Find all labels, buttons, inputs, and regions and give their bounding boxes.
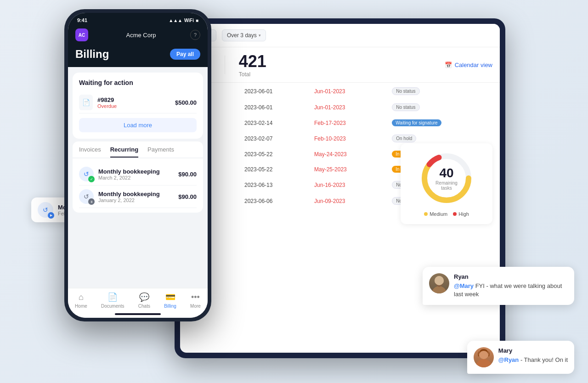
- donut-chart-area: 40 Remaining tasks Medium High: [401, 143, 492, 224]
- recurring-date-3: January 2, 2022: [98, 197, 178, 203]
- row-created: 2023-06-13: [240, 177, 309, 192]
- chat-bubble-ryan: Ryan @Mary FYI - what we were talking ab…: [423, 267, 574, 305]
- legend-high: High: [453, 211, 469, 217]
- recurring-icon-1: ↺ ✓: [79, 167, 94, 181]
- tablet-header: Today ▾ Over 3 days ▾: [180, 24, 500, 47]
- company-name: Acme Corp: [126, 32, 156, 39]
- row-deadline: Jun-09-2023: [310, 193, 386, 208]
- nav-documents[interactable]: 📄 Documents: [101, 292, 124, 309]
- table-row[interactable]: ...orp 2023-02-14 Feb-17-2023 Waiting fo…: [185, 116, 495, 130]
- pay-all-button[interactable]: Pay all: [170, 49, 200, 60]
- wifi-icon: WiFi: [184, 18, 194, 23]
- recurring-item-1[interactable]: ↺ ✓ Monthly bookkeeping March 2, 2022 $9…: [79, 163, 197, 186]
- invoice-row[interactable]: 📄 #9829 Overdue $500.00: [79, 92, 197, 113]
- status-icons: ▲▲▲ WiFi ■: [169, 18, 198, 23]
- row-status: No status: [387, 84, 495, 99]
- row-deadline: Feb-17-2023: [310, 116, 386, 130]
- donut-chart: 40 Remaining tasks: [419, 151, 474, 206]
- calendar-view-link[interactable]: 📅 Calendar view: [445, 62, 492, 68]
- recurring-amount-3: $90.00: [178, 193, 197, 200]
- invoice-details: #9829 Overdue: [97, 96, 175, 109]
- calendar-icon: 📅: [445, 62, 452, 68]
- help-icon[interactable]: ?: [190, 30, 200, 40]
- ryan-name: Ryan: [454, 273, 568, 280]
- home-indicator: [115, 313, 161, 315]
- nav-billing[interactable]: 💳 Billing: [164, 292, 176, 309]
- phone-content: Waiting for action 📄 #9829 Overdue $500.…: [68, 68, 208, 286]
- recurring-icon-3: ↺ ⏸: [79, 189, 94, 204]
- filter-over-3-days[interactable]: Over 3 days ▾: [222, 29, 266, 41]
- stat-divider: [225, 56, 225, 74]
- chats-icon: 💬: [139, 292, 149, 302]
- nav-more[interactable]: ••• More: [190, 293, 201, 309]
- load-more-button[interactable]: Load more: [79, 118, 197, 132]
- billing-tabs: Invoices Recurring Payments: [73, 141, 203, 158]
- check-badge-icon: ✓: [88, 176, 95, 182]
- row-deadline: May-24-2023: [310, 147, 386, 161]
- recurring-date-1: March 2, 2022: [98, 175, 178, 180]
- tablet-device: Today ▾ Over 3 days ▾ – No activity 421 …: [175, 18, 505, 358]
- waiting-for-action-card: Waiting for action 📄 #9829 Overdue $500.…: [73, 73, 203, 139]
- home-icon: ⌂: [79, 293, 84, 302]
- svg-point-4: [432, 286, 447, 293]
- legend-medium-dot: [424, 212, 428, 216]
- row-created: 2023-06-01: [240, 84, 309, 99]
- battery-icon: ■: [196, 18, 198, 23]
- invoice-icon: 📄: [79, 95, 93, 110]
- recurring-name-1: Monthly bookkeeping: [98, 168, 178, 175]
- tab-payments[interactable]: Payments: [147, 146, 174, 158]
- row-created: 2023-02-14: [240, 116, 309, 130]
- svg-point-5: [435, 276, 444, 285]
- row-deadline: Feb-10-2023: [310, 131, 386, 146]
- mary-avatar: [474, 347, 494, 367]
- chevron-down-icon: ▾: [259, 33, 261, 38]
- company-avatar: AC: [75, 28, 88, 41]
- donut-center: 40 Remaining tasks: [433, 166, 460, 191]
- status-bar: 9:41 ▲▲▲ WiFi ■: [68, 13, 208, 26]
- bottom-nav: ⌂ Home 📄 Documents 💬 Chats 💳 Billing •••…: [68, 288, 208, 318]
- recurring-name-3: Monthly bookkeeping: [98, 191, 178, 197]
- floating-item-icon: ↺ ▶: [38, 202, 53, 218]
- table-row[interactable]: Smith... 2023-06-01 Jun-01-2023 No statu…: [185, 84, 495, 99]
- row-status: No status: [387, 100, 495, 115]
- billing-title: Billing: [75, 48, 109, 61]
- mary-mention: @Ryan: [498, 356, 519, 363]
- tab-invoices[interactable]: Invoices: [79, 146, 101, 158]
- recurring-item-3[interactable]: ↺ ⏸ Monthly bookkeeping January 2, 2022 …: [79, 186, 197, 208]
- row-deadline: Jun-01-2023: [310, 100, 386, 115]
- row-deadline: May-25-2023: [310, 162, 386, 176]
- play-badge-icon: ▶: [48, 212, 54, 219]
- wfa-title: Waiting for action: [79, 79, 197, 86]
- legend-medium: Medium: [424, 211, 447, 217]
- legend-high-dot: [453, 212, 457, 216]
- time-display: 9:41: [77, 17, 87, 23]
- documents-icon: 📄: [107, 292, 118, 302]
- tablet-stats-row: – No activity 421 Total 📅 Calendar view: [180, 47, 500, 83]
- svg-point-6: [475, 359, 492, 367]
- ryan-chat-content: Ryan @Mary FYI - what we were talking ab…: [454, 273, 568, 299]
- nav-chats[interactable]: 💬 Chats: [138, 292, 150, 309]
- phone-header: AC Acme Corp ?: [68, 26, 208, 47]
- chat-bubble-mary: Mary @Ryan - Thank you! On it: [467, 341, 574, 374]
- tab-recurring[interactable]: Recurring: [110, 146, 138, 158]
- billing-title-row: Billing Pay all: [68, 47, 208, 67]
- nav-home[interactable]: ⌂ Home: [75, 293, 87, 309]
- pause-badge-icon: ⏸: [88, 198, 95, 205]
- table-row[interactable]: ...orp 2023-06-01 Jun-01-2023 No status: [185, 100, 495, 115]
- ryan-avatar: [429, 273, 449, 293]
- phone-screen: 9:41 ▲▲▲ WiFi ■ AC Acme Corp ? Billing P…: [68, 13, 208, 318]
- row-deadline: Jun-16-2023: [310, 177, 386, 192]
- recurring-items-list: ↺ ✓ Monthly bookkeeping March 2, 2022 $9…: [73, 158, 203, 213]
- mary-message: @Ryan - Thank you! On it: [498, 356, 568, 364]
- mary-chat-content: Mary @Ryan - Thank you! On it: [498, 347, 568, 364]
- row-deadline: Jun-01-2023: [310, 84, 386, 99]
- row-created: 2023-06-01: [240, 100, 309, 115]
- row-created: 2023-05-22: [240, 147, 309, 161]
- mary-name: Mary: [498, 347, 568, 354]
- invoice-number: #9829: [97, 96, 175, 103]
- more-icon: •••: [191, 293, 200, 302]
- stat-total: 421 Total: [239, 52, 266, 78]
- row-created: 2023-05-22: [240, 162, 309, 176]
- row-created: 2023-06-06: [240, 193, 309, 208]
- phone-device: 9:41 ▲▲▲ WiFi ■ AC Acme Corp ? Billing P…: [64, 9, 211, 321]
